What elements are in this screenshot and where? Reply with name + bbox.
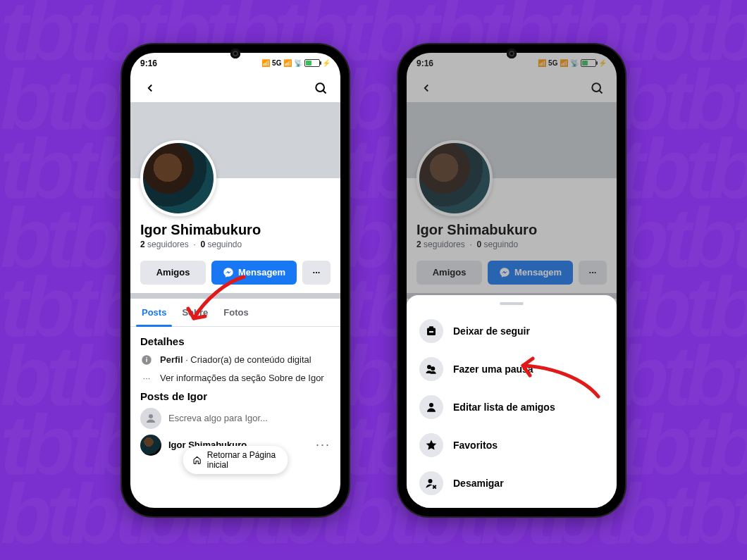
toast-label: Retornar a Página inicial bbox=[207, 450, 278, 470]
sheet-grabber[interactable] bbox=[500, 302, 524, 305]
camera-cutout bbox=[507, 49, 517, 58]
profile-stats: 2 seguidores · 0 seguindo bbox=[140, 239, 331, 249]
annotation-arrow-right bbox=[512, 353, 604, 409]
snooze-icon bbox=[419, 357, 443, 381]
unfollow-icon bbox=[419, 319, 443, 343]
details-heading: Detalhes bbox=[140, 335, 331, 347]
svg-point-4 bbox=[149, 414, 153, 418]
post-avatar bbox=[140, 435, 161, 456]
svg-point-0 bbox=[316, 83, 324, 92]
svg-point-12 bbox=[429, 403, 433, 407]
more-button[interactable]: ··· bbox=[302, 261, 331, 285]
home-icon bbox=[193, 454, 202, 466]
svg-point-11 bbox=[431, 366, 435, 371]
composer[interactable]: Escreva algo para Igor... bbox=[140, 408, 331, 429]
annotation-arrow-left bbox=[184, 271, 247, 335]
sheet-unfollow[interactable]: Deixar de seguir bbox=[407, 312, 617, 350]
more-button-label: ··· bbox=[313, 267, 321, 278]
sheet-favorites-label: Favoritos bbox=[453, 440, 498, 451]
svg-rect-8 bbox=[429, 326, 433, 328]
return-home-toast[interactable]: Retornar a Página inicial bbox=[183, 446, 288, 474]
posts-heading: Posts de Igor bbox=[140, 390, 331, 402]
edit-list-icon bbox=[419, 395, 443, 419]
svg-rect-9 bbox=[429, 331, 433, 332]
star-icon bbox=[419, 433, 443, 457]
sheet-unfriend[interactable]: Desamigar bbox=[407, 464, 617, 502]
sheet-favorites[interactable]: Favoritos bbox=[407, 426, 617, 464]
svg-point-10 bbox=[427, 365, 431, 369]
user-silhouette-icon bbox=[140, 408, 161, 429]
phone-right: 9:16 📶 5G 📶 📡 ⚡ Igor Shimabukuro 2 segui… bbox=[398, 44, 625, 516]
avatar[interactable] bbox=[140, 140, 216, 216]
detail-see-about[interactable]: ··· Ver informações da seção Sobre de Ig… bbox=[140, 373, 331, 383]
sheet-unfriend-label: Desamigar bbox=[453, 478, 504, 489]
phone-left: 9:16 📶 5G 📶 📡 ⚡ Igor Shimabukuro 2 segu bbox=[122, 44, 349, 516]
status-network: 📶 5G 📶 📡 bbox=[261, 59, 302, 67]
chevron-left-icon bbox=[144, 82, 156, 94]
back-button[interactable] bbox=[139, 77, 161, 99]
camera-cutout bbox=[230, 49, 240, 58]
tab-posts[interactable]: Posts bbox=[140, 299, 168, 326]
app-bar bbox=[130, 74, 340, 102]
svg-text:i: i bbox=[146, 356, 148, 363]
search-button[interactable] bbox=[309, 77, 332, 99]
cover-photo[interactable] bbox=[130, 102, 340, 178]
composer-placeholder: Escreva algo para Igor... bbox=[168, 413, 268, 423]
charging-icon: ⚡ bbox=[322, 59, 331, 67]
dots-icon: ··· bbox=[140, 373, 153, 383]
svg-point-13 bbox=[428, 479, 433, 483]
battery-icon bbox=[304, 59, 320, 67]
info-icon: i bbox=[140, 354, 153, 366]
unfriend-icon bbox=[419, 471, 443, 495]
profile-name: Igor Shimabukuro bbox=[140, 222, 331, 238]
search-icon bbox=[314, 81, 328, 95]
svg-line-1 bbox=[323, 90, 326, 93]
sheet-unfollow-label: Deixar de seguir bbox=[453, 325, 530, 337]
post-more-icon[interactable]: ··· bbox=[316, 437, 331, 452]
status-time: 9:16 bbox=[140, 58, 157, 68]
detail-profile-type: i Perfil · Criador(a) de conteúdo digita… bbox=[140, 354, 331, 366]
